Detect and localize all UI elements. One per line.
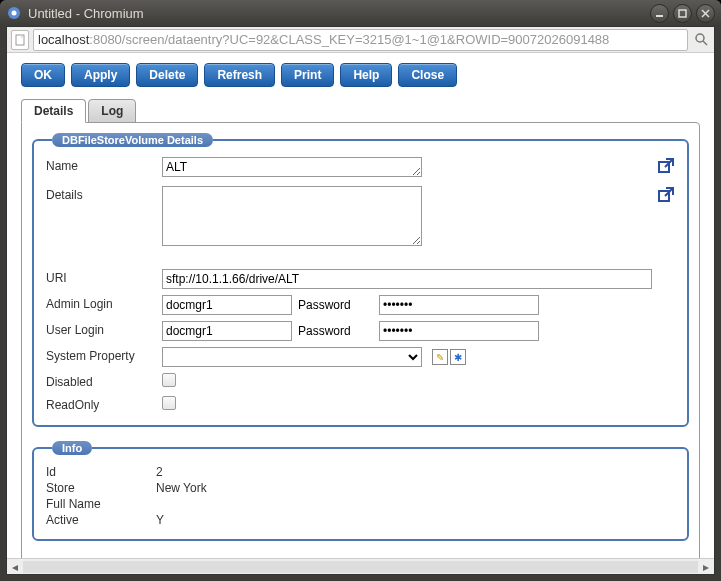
tab-panel-details: DBFileStoreVolume Details Name Details (21, 122, 700, 558)
fullname-value (156, 497, 675, 511)
scroll-left-arrow[interactable]: ◂ (7, 560, 23, 574)
user-login-label: User Login (46, 321, 156, 337)
url-path: :8080/screen/dataentry?UC=92&CLASS_KEY=3… (89, 32, 609, 47)
fullname-label: Full Name (46, 497, 156, 511)
id-value: 2 (156, 465, 675, 479)
details-fieldset: DBFileStoreVolume Details Name Details (32, 133, 689, 427)
page-content: OK Apply Delete Refresh Print Help Close… (7, 53, 714, 558)
refresh-button[interactable]: Refresh (204, 63, 275, 87)
id-label: Id (46, 465, 156, 479)
store-label: Store (46, 481, 156, 495)
horizontal-scrollbar[interactable]: ◂ ▸ (7, 558, 714, 574)
print-button[interactable]: Print (281, 63, 334, 87)
tab-details[interactable]: Details (21, 99, 86, 123)
page-icon (11, 30, 29, 50)
user-password-input[interactable] (379, 321, 539, 341)
user-login-input[interactable] (162, 321, 292, 341)
admin-login-label: Admin Login (46, 295, 156, 311)
url-host: localhost (38, 32, 89, 47)
readonly-checkbox[interactable] (162, 396, 176, 410)
window-title: Untitled - Chromium (28, 6, 646, 21)
browser-body: localhost:8080/screen/dataentry?UC=92&CL… (6, 26, 715, 575)
close-button[interactable]: Close (398, 63, 457, 87)
zoom-icon[interactable] (692, 31, 710, 49)
window-frame: Untitled - Chromium localhost:8080/scree… (0, 0, 721, 581)
tab-log[interactable]: Log (88, 99, 136, 123)
readonly-label: ReadOnly (46, 396, 156, 412)
new-icon[interactable]: ✱ (450, 349, 466, 365)
system-property-label: System Property (46, 347, 156, 363)
popout-icon[interactable] (657, 157, 675, 178)
uri-label: URI (46, 269, 156, 285)
info-legend: Info (52, 441, 92, 455)
close-window-button[interactable] (696, 4, 715, 23)
scroll-right-arrow[interactable]: ▸ (698, 560, 714, 574)
svg-point-1 (12, 11, 17, 16)
url-input[interactable]: localhost:8080/screen/dataentry?UC=92&CL… (33, 29, 688, 51)
svg-rect-6 (16, 35, 24, 45)
uri-input[interactable] (162, 269, 652, 289)
active-label: Active (46, 513, 156, 527)
name-label: Name (46, 157, 156, 173)
admin-login-input[interactable] (162, 295, 292, 315)
disabled-label: Disabled (46, 373, 156, 389)
svg-rect-3 (679, 10, 686, 17)
user-password-label: Password (298, 324, 373, 338)
tab-strip: Details Log (21, 99, 700, 123)
admin-password-label: Password (298, 298, 373, 312)
apply-button[interactable]: Apply (71, 63, 130, 87)
name-input[interactable] (162, 157, 422, 177)
details-label: Details (46, 186, 156, 202)
help-button[interactable]: Help (340, 63, 392, 87)
system-property-select[interactable] (162, 347, 422, 367)
disabled-checkbox[interactable] (162, 373, 176, 387)
maximize-button[interactable] (673, 4, 692, 23)
chromium-icon (6, 5, 22, 21)
details-input[interactable] (162, 186, 422, 246)
edit-icon[interactable]: ✎ (432, 349, 448, 365)
svg-point-7 (696, 34, 704, 42)
toolbar: OK Apply Delete Refresh Print Help Close (21, 63, 700, 87)
details-legend: DBFileStoreVolume Details (52, 133, 213, 147)
active-value: Y (156, 513, 675, 527)
minimize-button[interactable] (650, 4, 669, 23)
info-fieldset: Info Id 2 Store New York Full Name Activ… (32, 441, 689, 541)
delete-button[interactable]: Delete (136, 63, 198, 87)
svg-line-8 (703, 41, 707, 45)
ok-button[interactable]: OK (21, 63, 65, 87)
popout-icon[interactable] (657, 186, 675, 207)
address-bar: localhost:8080/screen/dataentry?UC=92&CL… (7, 27, 714, 53)
store-value: New York (156, 481, 675, 495)
scroll-track[interactable] (23, 561, 698, 573)
titlebar[interactable]: Untitled - Chromium (0, 0, 721, 26)
admin-password-input[interactable] (379, 295, 539, 315)
